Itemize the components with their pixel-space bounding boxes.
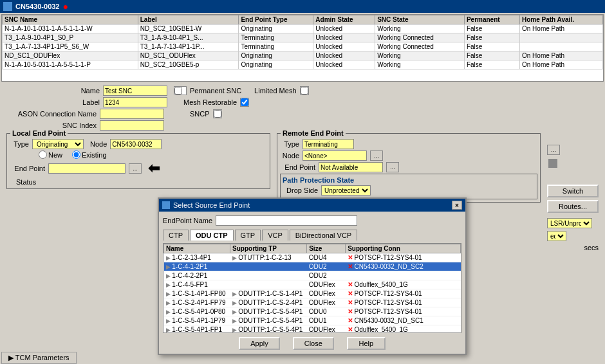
label-input[interactable] (103, 97, 167, 107)
drop-side-select[interactable]: Unprotected (321, 185, 371, 196)
tcm-bar[interactable]: ▶ TCM Parameters (1, 352, 77, 364)
routes-btn[interactable]: Routes... (547, 200, 599, 213)
local-ep-input[interactable] (48, 163, 126, 174)
secs-label: secs (547, 244, 599, 251)
name-input[interactable] (103, 86, 167, 96)
list-item[interactable]: ▶ 1-C-2-13-4P1▶ OTUTTP:1-C-2-13ODU4✕ POT… (164, 253, 461, 262)
col-size: Size (307, 244, 346, 253)
local-type-label: Type (10, 140, 29, 148)
dialog-icon (162, 201, 170, 209)
remove-icon[interactable]: ✕ (348, 317, 353, 324)
sncp-checkbox[interactable] (214, 110, 221, 118)
permanent-snc-label: Permanent SNC (190, 87, 241, 95)
col-home-path: Home Path Avail. (519, 15, 602, 24)
col-snc-name: SNC Name (3, 15, 138, 24)
help-button[interactable]: Help (347, 337, 386, 350)
local-type-select[interactable]: Originating (32, 139, 84, 149)
local-ep-row: End Point ... ⬅ (10, 160, 267, 177)
remove-icon[interactable]: ✕ (348, 326, 353, 333)
new-existing-row: New Existing (10, 150, 267, 159)
ed-select[interactable]: ed (547, 231, 566, 241)
list-item[interactable]: ▶ 1-C-S-5-4P1-FP1▶ ODUTTP:1-C-S-5-4P1ODU… (164, 325, 461, 334)
limited-mesh-label: Limited Mesh (254, 87, 296, 95)
label-label: Label (74, 98, 100, 106)
col-supporting-tp: Supporting TP (230, 244, 307, 253)
list-item[interactable]: ▶ 1-C-S-5-4P1-0P80▶ ODUTTP:1-C-S-5-4P1OD… (164, 307, 461, 316)
local-ep-box: Local End Point Type Originating Node (6, 133, 270, 189)
list-item[interactable]: ▶ 1-C-S-1-4P1-FP80▶ ODUTTP:1-C-S-1-4P1OD… (164, 289, 461, 298)
new-radio-label[interactable]: New (39, 150, 62, 159)
dialog-table: Name Supporting TP Size Supporting Conn … (163, 244, 461, 333)
remote-ep-label: End Point (280, 163, 315, 171)
local-node-input[interactable] (110, 139, 162, 149)
remove-icon[interactable]: ✕ (348, 290, 353, 297)
remote-type-row: Type (280, 139, 537, 149)
col-label: Label (138, 15, 239, 24)
permanent-snc-checkbox[interactable] (174, 87, 182, 95)
tab-bar: CTP ODU CTP GTP VCP BiDirectional VCP (163, 230, 461, 241)
limited-mesh-checkbox[interactable] (301, 87, 308, 95)
local-type-row: Type Originating Node (10, 139, 267, 149)
ason-input[interactable] (100, 109, 164, 119)
lsr-select[interactable]: LSR/Unprotected (547, 218, 592, 228)
dialog-footer: Apply Close Help (163, 337, 461, 350)
table-row[interactable]: T3_1-A-7-13-4P1-1P5_S6_WT3_1-A-7-13-4P1-… (3, 42, 603, 51)
col-name: Name (164, 244, 230, 253)
table-row[interactable]: T3_1-A-9-10-4P1_S0_PT3_1-A-9-10-4P1_S...… (3, 33, 603, 42)
remote-ep-input[interactable] (319, 162, 383, 172)
sncp-label: SNCP (190, 110, 210, 118)
dialog-title-label: Select Source End Point (173, 201, 250, 209)
existing-radio[interactable] (72, 150, 80, 159)
endpoint-name-row: EndPoint Name (163, 215, 461, 226)
close-button[interactable]: Close (293, 337, 334, 350)
endpoint-name-label: EndPoint Name (163, 217, 212, 224)
list-item[interactable]: ▶ 1-C-4-1-2P1ODU2✕ CN5430-0032_ND_SC2 (164, 262, 461, 271)
existing-radio-label[interactable]: Existing (72, 150, 107, 159)
switch-btn[interactable]: Switch (547, 185, 599, 197)
path-prot-title: Path Protection State (283, 176, 354, 184)
tcm-label: ▶ TCM Parameters (8, 354, 70, 362)
local-ep-title: Local End Point (10, 129, 68, 137)
list-item[interactable]: ▶ 1-C-S-5-4P1-1P79▶ ODUTTP:1-C-S-5-4P1OD… (164, 316, 461, 325)
endpoint-name-input[interactable] (216, 215, 357, 226)
snc-index-input[interactable] (100, 120, 164, 131)
remove-icon[interactable]: ✕ (348, 281, 353, 288)
snc-index-label: SNC Index (6, 122, 97, 129)
tab-odu-ctp[interactable]: ODU CTP (190, 230, 234, 241)
remote-node-input[interactable] (302, 150, 367, 161)
ason-row: ASON Connection Name SNCP (6, 109, 599, 119)
arrow-indicator: ⬅ (148, 160, 160, 177)
local-ep-browse-btn[interactable]: ... (129, 163, 142, 174)
table-row[interactable]: N-1-A-10-5-031-1-A-5-5-1-1-PND_SC2_10GBE… (3, 60, 603, 69)
remove-icon[interactable]: ✕ (348, 299, 353, 306)
remote-node-browse-btn[interactable]: ... (370, 150, 383, 161)
col-admin-state: Admin State (313, 15, 375, 24)
remove-icon[interactable]: ✕ (348, 308, 353, 315)
label-row: Label Mesh Restorable (6, 97, 599, 107)
table-row[interactable]: N-1-A-10-1-031-1-A-5-1-1-1-WND_SC2_10GBE… (3, 24, 603, 33)
list-item[interactable]: ▶ 1-C-4-5-FP1ODUFlex✕ Odulflex_5400_1G (164, 280, 461, 289)
remove-icon[interactable]: ✕ (348, 263, 353, 270)
right-browse-btn-1[interactable]: ... (547, 145, 560, 155)
tab-ctp[interactable]: CTP (163, 230, 189, 241)
limited-mesh-checkbox-container (300, 86, 309, 95)
tab-vcp[interactable]: VCP (262, 230, 288, 241)
remote-type-input[interactable] (302, 139, 354, 149)
main-area: SNC Name Label End Point Type Admin Stat… (0, 14, 605, 364)
remote-ep-row: End Point ... (280, 162, 537, 172)
table-row[interactable]: ND_SC1_ODUFlexND_SC1_ODUFlexOriginatingU… (3, 51, 603, 60)
name-row: Name Permanent SNC Limited Mesh (6, 86, 599, 96)
remove-icon[interactable]: ✕ (348, 254, 353, 261)
list-item[interactable]: ▶ 1-C-4-2-2P1ODU2 (164, 271, 461, 280)
remote-ep-title: Remote End Point (281, 129, 346, 137)
title-label: CN5430-0032 (15, 3, 60, 10)
mesh-restorable-checkbox[interactable] (241, 98, 248, 106)
list-item[interactable]: ▶ 1-C-S-2-4P1-FP79▶ ODUTTP:1-C-S-2-4P1OD… (164, 298, 461, 307)
apply-button[interactable]: Apply (239, 337, 280, 350)
tab-gtp[interactable]: GTP (235, 230, 261, 241)
dialog-close-btn[interactable]: × (452, 201, 462, 210)
new-radio[interactable] (39, 150, 47, 159)
remote-ep-browse-btn[interactable]: ... (386, 162, 399, 172)
tab-bidirectional-vcp[interactable]: BiDirectional VCP (290, 230, 357, 241)
local-node-label: Node (90, 140, 107, 148)
